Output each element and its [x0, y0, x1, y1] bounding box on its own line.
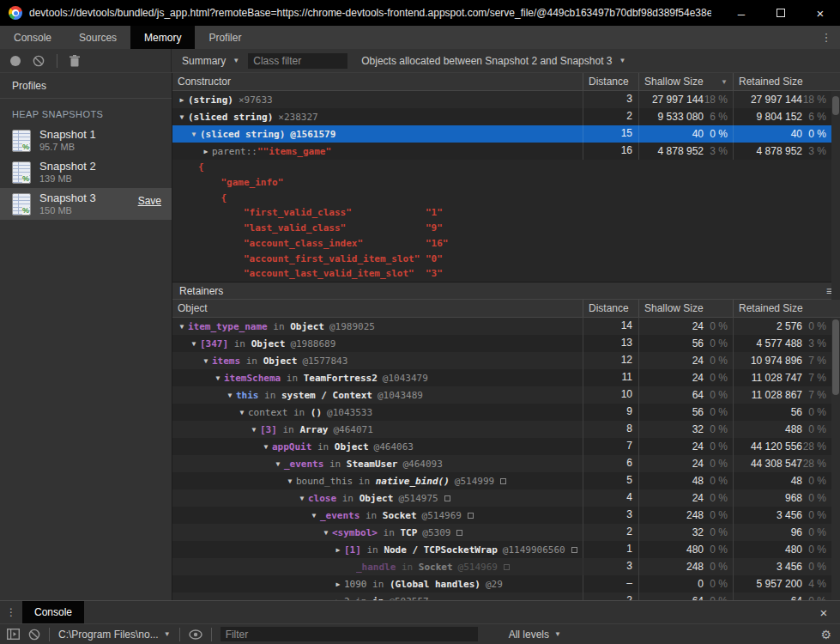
tree-expanded-icon[interactable]: ▼	[214, 374, 222, 382]
constructor-row[interactable]: ▼(sliced string)×23832729 533 0806 %9 80…	[172, 108, 840, 125]
shallow-value: 64	[639, 595, 704, 600]
tab-profiler[interactable]: Profiler	[195, 26, 255, 49]
retainer-row[interactable]: ▼[3] in Array@4640718320 %4880 %	[172, 421, 840, 438]
tree-expanded-icon[interactable]: ▼	[190, 131, 198, 138]
tab-sources[interactable]: Sources	[65, 26, 130, 49]
retainer-row[interactable]: ▶1090 in (Global handles)@29–00 %5 957 2…	[172, 575, 840, 592]
retainer-row[interactable]: ▼_events in Socket@51496932480 %3 4560 %	[172, 507, 840, 524]
tree-collapsed-icon[interactable]: ▶	[334, 546, 342, 554]
tree-expanded-icon[interactable]: ▼	[226, 392, 234, 399]
javascript-context-select[interactable]: C:\Program Files\no... ▼	[58, 629, 171, 641]
retainer-row[interactable]: ▼itemSchema in TeamFortress2@10434791124…	[172, 369, 840, 386]
retainer-property-name: this	[236, 390, 259, 401]
reveal-object-icon[interactable]	[444, 495, 450, 501]
tree-collapsed-icon[interactable]: ▶	[202, 148, 210, 155]
retainer-row[interactable]: ▼close in Object@5149754240 %9680 %	[172, 489, 840, 507]
log-levels-select[interactable]: All levels ▼	[509, 629, 561, 641]
retainer-row[interactable]: ▼bound_this in native_bind()@5149995480 …	[172, 472, 840, 489]
column-constructor[interactable]: Constructor	[172, 73, 583, 90]
reveal-object-icon[interactable]	[571, 547, 577, 553]
retained-value: 40	[734, 128, 802, 140]
retainer-row[interactable]: _handle in Socket@51496932480 %3 4560 %	[172, 558, 840, 575]
more-options-icon[interactable]: ⋮	[818, 26, 835, 49]
retainer-row[interactable]: ▼appQuit in Object@4640637240 %44 120 55…	[172, 438, 840, 455]
drawer-close-button[interactable]: ×	[814, 601, 833, 624]
tree-expanded-icon[interactable]: ▼	[286, 477, 294, 485]
tab-console[interactable]: Console	[0, 26, 65, 49]
column-distance[interactable]: Distance	[583, 73, 639, 90]
delete-profile-button[interactable]	[69, 55, 80, 67]
constructor-name: (sliced string)	[200, 129, 285, 140]
retainer-row[interactable]: ▼this in system / Context@104348910640 %…	[172, 386, 840, 404]
save-snapshot-link[interactable]: Save	[138, 195, 161, 207]
console-settings-button[interactable]: ⚙	[820, 628, 831, 641]
maximize-button[interactable]	[761, 0, 801, 26]
retainer-row[interactable]: ▼items in Object@157784312240 %10 974 89…	[172, 352, 840, 369]
column-retained-size[interactable]: Retained Size	[734, 73, 840, 90]
shallow-percent: 0 %	[704, 526, 733, 538]
column-shallow-size[interactable]: Shallow Size	[639, 300, 734, 317]
column-object[interactable]: Object	[172, 300, 583, 317]
tree-expanded-icon[interactable]: ▼	[298, 495, 306, 502]
console-filter-input[interactable]	[221, 627, 478, 641]
retainers-scrollbar-thumb[interactable]	[832, 319, 839, 395]
snapshot-item-2[interactable]: Snapshot 2139 MB	[0, 156, 172, 188]
column-shallow-size[interactable]: Shallow Size ▼	[639, 73, 734, 90]
shallow-percent: 0 %	[704, 320, 733, 332]
close-button[interactable]: ×	[801, 0, 840, 26]
retainer-row[interactable]: ▼_events in SteamUser@4640936240 %44 308…	[172, 455, 840, 472]
tree-expanded-icon[interactable]: ▼	[202, 357, 210, 365]
retainer-row[interactable]: ▼<symbol> in TCP@53092320 %960 %	[172, 524, 840, 541]
show-console-sidebar-button[interactable]	[7, 629, 20, 640]
constructors-scrollbar-thumb[interactable]	[832, 96, 839, 115]
drawer-tab-console[interactable]: Console	[22, 601, 84, 623]
minimize-button[interactable]: –	[722, 0, 761, 26]
retainer-row[interactable]: ▶[1] in Node / TCPSocketWrap@11499065601…	[172, 541, 840, 558]
reveal-object-icon[interactable]	[468, 513, 474, 519]
clear-profiles-button[interactable]	[33, 55, 45, 67]
constructor-row[interactable]: ▼(sliced string)@156157915400 %400 %	[172, 125, 840, 143]
allocation-filter-select[interactable]: Objects allocated between Snapshot 2 and…	[361, 55, 625, 67]
class-filter-input[interactable]	[248, 53, 347, 69]
retained-percent: 18 %	[802, 94, 831, 106]
perspective-select[interactable]: Summary ▼	[182, 55, 239, 67]
retained-size-cell: 11 028 8677 %	[734, 386, 831, 404]
retainer-row[interactable]: ▼item_type_name in Object@198902514240 %…	[172, 318, 840, 335]
constructor-row[interactable]: ▶parent :: ""items_game"164 878 9523 %4 …	[172, 143, 840, 160]
tree-expanded-icon[interactable]: ▼	[178, 323, 186, 331]
shallow-size-cell: 2480 %	[639, 558, 734, 575]
snapshot-size: 139 MB	[39, 173, 96, 185]
tree-expanded-icon[interactable]: ▼	[238, 409, 246, 416]
snapshot-item-1[interactable]: Snapshot 195.7 MB	[0, 125, 172, 156]
tree-expanded-icon[interactable]: ▼	[190, 340, 198, 348]
retainer-row[interactable]: ▼context in ()@10435339560 %560 %	[172, 404, 840, 421]
column-retained-size[interactable]: Retained Size	[734, 300, 840, 317]
reveal-object-icon[interactable]	[500, 478, 506, 484]
retainer-row[interactable]: ▶2 in in@5035572640 %640 %	[172, 592, 840, 600]
tree-collapsed-icon[interactable]: ▶	[178, 96, 186, 104]
tree-expanded-icon[interactable]: ▼	[310, 512, 318, 519]
retainer-object-type: Object	[360, 493, 394, 504]
tree-expanded-icon[interactable]: ▼	[178, 113, 186, 121]
constructors-scrollbar[interactable]	[831, 91, 840, 300]
drawer-menu-icon[interactable]: ⋮	[0, 601, 22, 623]
retainer-row[interactable]: ▼[347] in Object@198868913560 %4 577 488…	[172, 335, 840, 352]
constructor-row[interactable]: ▶(string)×97633327 997 14418 %27 997 144…	[172, 91, 840, 108]
tree-collapsed-icon[interactable]: ▶	[334, 580, 342, 588]
retainer-name-cell: ▼[347] in Object@1988689	[172, 335, 583, 352]
tab-memory[interactable]: Memory	[130, 26, 195, 49]
live-expression-button[interactable]	[189, 629, 202, 640]
reveal-object-icon[interactable]	[456, 530, 462, 536]
tree-expanded-icon[interactable]: ▼	[322, 529, 330, 537]
tree-collapsed-icon[interactable]: ▶	[334, 598, 342, 601]
snapshot-item-3[interactable]: Snapshot 3150 MBSave	[0, 188, 172, 220]
tree-expanded-icon[interactable]: ▼	[262, 443, 270, 451]
retainers-scrollbar[interactable]	[831, 318, 840, 600]
tree-expanded-icon[interactable]: ▼	[274, 460, 282, 468]
separator: ::	[246, 146, 257, 157]
reveal-object-icon[interactable]	[504, 564, 510, 570]
tree-expanded-icon[interactable]: ▼	[250, 426, 258, 434]
clear-console-button[interactable]	[28, 629, 40, 641]
column-distance[interactable]: Distance	[583, 300, 639, 317]
record-heap-button[interactable]	[10, 56, 21, 66]
